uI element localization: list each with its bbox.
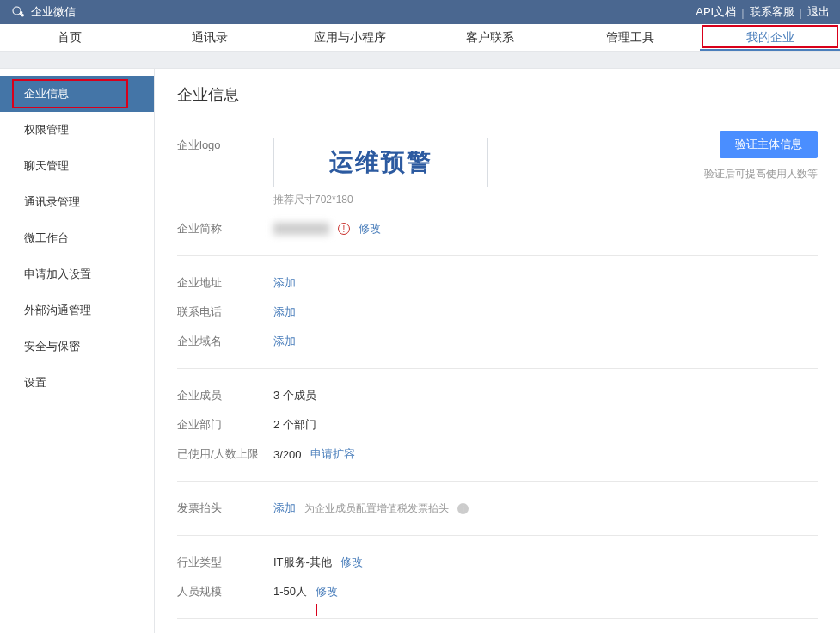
content: 企业信息 企业logo 运维预警 推荐尺寸702*180 企业简称 ! 修改	[155, 69, 840, 633]
top-header: 企业微信 API文档 | 联系客服 | 退出	[0, 0, 840, 24]
red-tick-mark	[316, 604, 317, 616]
logout-link[interactable]: 退出	[807, 4, 830, 20]
page-title: 企业信息	[177, 84, 818, 105]
expand-capacity-link[interactable]: 申请扩容	[310, 446, 355, 462]
invoice-hint: 为企业成员配置增值税发票抬头	[304, 501, 449, 516]
invoice-label: 发票抬头	[177, 501, 273, 516]
verify-entity-button[interactable]: 验证主体信息	[720, 131, 818, 158]
depts-label: 企业部门	[177, 417, 273, 433]
sidebar-item-micro-workbench[interactable]: 微工作台	[0, 220, 154, 256]
shortname-modify-link[interactable]: 修改	[359, 221, 381, 237]
sidebar-item-security[interactable]: 安全与保密	[0, 329, 154, 365]
domain-label: 企业域名	[177, 334, 273, 349]
used-label: 已使用/人数上限	[177, 446, 273, 462]
brand-text: 企业微信	[31, 4, 76, 20]
industry-modify-link[interactable]: 修改	[340, 555, 363, 570]
domain-add-link[interactable]: 添加	[273, 334, 296, 349]
svg-point-2	[21, 15, 23, 16]
verify-hint: 验证后可提高使用人数等	[704, 167, 818, 181]
brand: 企业微信	[10, 4, 76, 20]
main-nav: 首页 通讯录 应用与小程序 客户联系 管理工具 我的企业	[0, 24, 840, 52]
logo-label: 企业logo	[177, 138, 273, 153]
sidebar-item-chat[interactable]: 聊天管理	[0, 148, 154, 184]
nav-contacts[interactable]: 通讯录	[140, 24, 280, 51]
industry-value: IT服务-其他	[273, 555, 332, 570]
sidebar: 企业信息 权限管理 聊天管理 通讯录管理 微工作台 申请加入设置 外部沟通管理 …	[0, 69, 155, 633]
nav-customer[interactable]: 客户联系	[420, 24, 560, 51]
members-label: 企业成员	[177, 388, 273, 403]
svg-point-1	[21, 12, 22, 14]
scale-modify-link[interactable]: 修改	[316, 584, 338, 599]
shortname-label: 企业简称	[177, 221, 273, 237]
shortname-value-blurred	[273, 223, 329, 235]
phone-add-link[interactable]: 添加	[273, 304, 296, 320]
address-add-link[interactable]: 添加	[273, 275, 296, 291]
nav-apps[interactable]: 应用与小程序	[280, 24, 420, 51]
nav-home[interactable]: 首页	[0, 24, 140, 51]
members-value: 3 个成员	[273, 388, 316, 403]
nav-tools[interactable]: 管理工具	[560, 24, 700, 51]
gray-strip	[0, 52, 840, 69]
used-value: 3/200	[273, 448, 302, 461]
warning-icon: !	[338, 223, 350, 235]
phone-label: 联系电话	[177, 304, 273, 320]
scale-value: 1-50人	[273, 584, 307, 599]
address-label: 企业地址	[177, 275, 273, 291]
industry-label: 行业类型	[177, 555, 273, 570]
sidebar-item-enterprise-info[interactable]: 企业信息	[0, 76, 154, 112]
top-right-links: API文档 | 联系客服 | 退出	[696, 4, 830, 20]
sidebar-item-settings[interactable]: 设置	[0, 365, 154, 401]
nav-my-enterprise[interactable]: 我的企业	[700, 24, 840, 51]
logo-box[interactable]: 运维预警	[273, 138, 488, 187]
wechat-work-icon	[10, 4, 26, 20]
depts-value: 2 个部门	[273, 417, 316, 433]
invoice-add-link[interactable]: 添加	[273, 501, 296, 516]
scale-label: 人员规模	[177, 584, 273, 599]
logo-size-hint: 推荐尺寸702*180	[273, 193, 488, 207]
sidebar-item-join-settings[interactable]: 申请加入设置	[0, 256, 154, 292]
contact-link[interactable]: 联系客服	[750, 4, 794, 20]
sidebar-item-permissions[interactable]: 权限管理	[0, 112, 154, 148]
info-icon: i	[457, 503, 469, 514]
sidebar-item-external-comm[interactable]: 外部沟通管理	[0, 292, 154, 329]
sidebar-item-contacts-mgmt[interactable]: 通讯录管理	[0, 184, 154, 220]
api-doc-link[interactable]: API文档	[696, 4, 736, 20]
